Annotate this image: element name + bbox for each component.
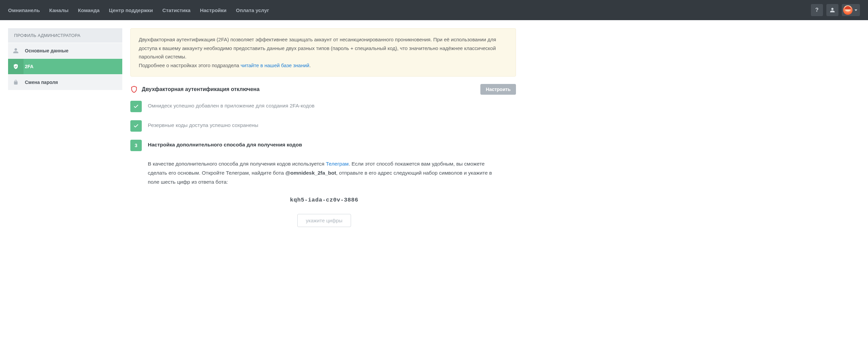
chevron-down-icon [855, 9, 857, 11]
step-2: Резервные коды доступа успешно сохранены [130, 120, 516, 132]
nav-item-billing[interactable]: Оплата услуг [236, 7, 269, 13]
bot-name: @omnidesk_2fa_bot [285, 170, 336, 176]
check-icon [130, 120, 142, 132]
step-3-label: Настройка дополнительного способа для по… [148, 140, 302, 148]
nav-item-team[interactable]: Команда [78, 7, 99, 13]
nav-item-omnipanel[interactable]: Омнипанель [8, 7, 40, 13]
sidebar-item-password-change[interactable]: Смена пароля [8, 74, 122, 90]
body-part1: В качестве дополнительного способа для п… [148, 161, 326, 167]
shield-off-icon [130, 86, 138, 93]
nav-right: ? [811, 4, 860, 16]
step-number: 3 [130, 140, 142, 151]
nav-items: Омнипанель Каналы Команда Центр поддержк… [8, 7, 269, 13]
shield-check-icon [8, 59, 24, 74]
nav-item-support-center[interactable]: Центр поддержки [109, 7, 153, 13]
bot-code: kqh5-iada-cz0v-3886 [148, 195, 500, 205]
user-icon [830, 7, 835, 13]
profile-menu[interactable] [842, 4, 860, 16]
kb-link[interactable]: читайте в нашей базе знаний [241, 62, 309, 68]
notice-text-1: Двухфакторная аутентификация (2FA) позво… [139, 35, 507, 61]
notice-prefix: Подробнее о настройках этого подраздела [139, 62, 241, 68]
sidebar: ПРОФИЛЬ АДМИНИСТРАТОРА Основные данные 2… [8, 28, 122, 227]
nav-item-statistics[interactable]: Статистика [162, 7, 190, 13]
status-title: Двухфакторная аутентификация отключена [142, 86, 260, 92]
sidebar-header: ПРОФИЛЬ АДМИНИСТРАТОРА [8, 28, 122, 43]
nav-item-settings[interactable]: Настройки [200, 7, 226, 13]
main-content: Двухфакторная аутентификация (2FA) позво… [130, 28, 516, 227]
help-icon: ? [815, 7, 818, 13]
help-button[interactable]: ? [811, 4, 823, 16]
sidebar-item-label: Основные данные [24, 48, 68, 54]
sidebar-item-label: Смена пароля [24, 79, 58, 85]
step-3-body: В качестве дополнительного способа для п… [148, 159, 500, 227]
step-1-label: Омнидеск успешно добавлен в приложение д… [148, 101, 314, 109]
user-icon [8, 43, 24, 59]
info-notice: Двухфакторная аутентификация (2FA) позво… [130, 28, 516, 76]
top-navbar: Омнипанель Каналы Команда Центр поддержк… [0, 0, 868, 20]
page: ПРОФИЛЬ АДМИНИСТРАТОРА Основные данные 2… [0, 20, 524, 235]
step-1: Омнидеск успешно добавлен в приложение д… [130, 101, 516, 112]
lock-icon [8, 74, 24, 90]
step-3: 3 Настройка дополнительного способа для … [130, 140, 516, 151]
notice-text-2: Подробнее о настройках этого подраздела … [139, 61, 507, 70]
nav-item-channels[interactable]: Каналы [50, 7, 68, 13]
configure-button[interactable]: Настроить [480, 84, 516, 95]
sidebar-item-label: 2FA [24, 64, 34, 69]
user-button[interactable] [826, 4, 838, 16]
avatar [843, 5, 852, 15]
telegram-link[interactable]: Телеграм [326, 161, 349, 167]
status-row: Двухфакторная аутентификация отключена Н… [130, 84, 516, 95]
sidebar-item-profile-main[interactable]: Основные данные [8, 43, 122, 59]
sidebar-item-2fa[interactable]: 2FA [8, 59, 122, 74]
notice-suffix: . [309, 62, 311, 68]
step-2-label: Резервные коды доступа успешно сохранены [148, 120, 258, 128]
check-icon [130, 101, 142, 112]
digits-input[interactable] [297, 214, 351, 227]
